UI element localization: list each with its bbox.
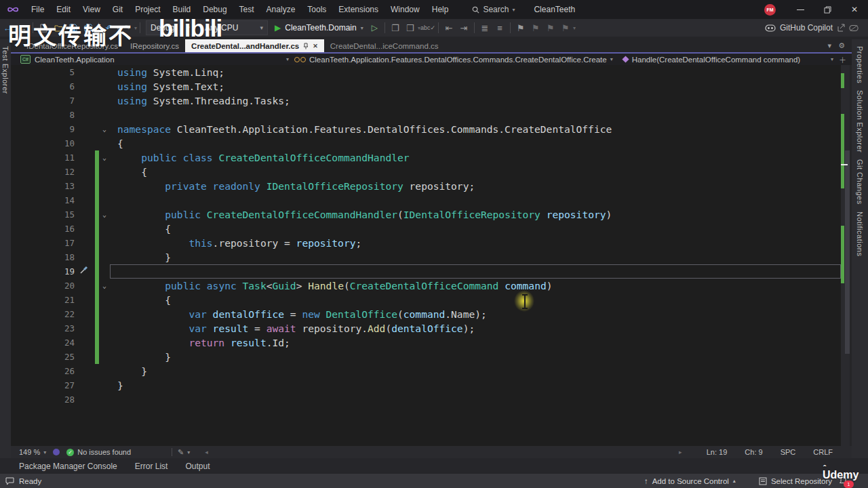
code-line[interactable]: 20⌄ public async Task<Guid> Handle(Creat… — [11, 279, 841, 293]
quick-actions-icon[interactable] — [79, 265, 89, 274]
chevron-down-icon[interactable]: ▾ — [831, 56, 833, 62]
side-tab-test-explorer[interactable]: Test Explorer — [1, 46, 9, 94]
menu-analyze[interactable]: Analyze — [260, 5, 302, 14]
hscroll-right-arrow[interactable]: ▸ — [679, 449, 682, 455]
member-dropdown[interactable]: Handle(CreateDentalOfficeCommand command… — [623, 56, 831, 64]
code-line[interactable]: 7using System.Threading.Tasks; — [11, 94, 841, 108]
zoom-dropdown[interactable]: 149 % ▾ — [19, 448, 46, 456]
github-copilot-button[interactable]: GitHub Copilot — [765, 23, 859, 33]
fold-chevron-icon[interactable]: ⌄ — [99, 279, 110, 293]
code-line[interactable]: 21 { — [11, 293, 841, 307]
code-line[interactable]: 18 } — [11, 250, 841, 264]
code-line[interactable]: 26 } — [11, 364, 841, 378]
panel-tab-error-list[interactable]: Error List — [135, 462, 168, 471]
code-cleanup-button[interactable]: ✎ ▾ — [178, 448, 190, 457]
code-line[interactable]: 6using System.Text; — [11, 79, 841, 94]
panel-tab-package-manager-console[interactable]: Package Manager Console — [19, 462, 117, 471]
code-line[interactable]: 15⌄ public CreateDentalOfficeCommandHand… — [11, 207, 841, 222]
split-window-icon[interactable]: ＋ — [839, 54, 846, 65]
code-line[interactable]: 9⌄namespace CleanTeeth.Application.Featu… — [11, 122, 841, 136]
start-debugging-button[interactable]: ▶ CleanTeeth.Domain ▾ — [275, 23, 363, 33]
spaces-indicator[interactable]: SPC — [781, 448, 796, 456]
preview-window-icon[interactable]: ❒ — [403, 20, 418, 35]
spell-check-icon[interactable]: abc✓ — [420, 20, 435, 35]
indent-decrease-icon[interactable]: ⇤ — [441, 20, 456, 35]
fold-chevron-icon[interactable]: ⌄ — [99, 150, 110, 165]
close-button[interactable]: ✕ — [841, 0, 868, 19]
menu-git[interactable]: Git — [106, 5, 129, 14]
code-line[interactable]: 25 } — [11, 350, 841, 364]
restore-button[interactable] — [814, 0, 841, 19]
menu-extensions[interactable]: Extensions — [332, 5, 384, 14]
code-line[interactable]: 23 var result = await repository.Add(den… — [11, 321, 841, 336]
code-line[interactable]: 10{ — [11, 136, 841, 150]
code-line[interactable]: 5using System.Linq; — [11, 65, 841, 79]
line-ending-indicator[interactable]: CRLF — [813, 448, 833, 456]
fold-chevron-icon[interactable]: ⌄ — [99, 207, 110, 222]
clear-bookmarks-icon[interactable]: ⚑ — [558, 20, 573, 35]
user-avatar[interactable]: FM — [764, 4, 776, 16]
gear-icon[interactable]: ⚙ — [838, 41, 845, 50]
redo-dropdown-icon[interactable]: ▾ — [134, 25, 137, 31]
tab-list-dropdown-icon[interactable]: ▾ — [828, 41, 832, 50]
next-bookmark-icon[interactable]: ⚑ — [543, 20, 558, 35]
code-line[interactable]: 24 return result.Id; — [11, 336, 841, 350]
code-line[interactable]: 17 this.repository = repository; — [11, 236, 841, 250]
code-area[interactable]: 5using System.Linq;6using System.Text;7u… — [11, 65, 841, 446]
menu-build[interactable]: Build — [167, 5, 197, 14]
menu-test[interactable]: Test — [233, 5, 260, 14]
menu-edit[interactable]: Edit — [50, 5, 77, 14]
feedback-icon[interactable] — [5, 477, 14, 485]
editor-scrollbar[interactable] — [841, 65, 850, 446]
uncomment-icon[interactable]: ≡ — [492, 20, 507, 35]
menu-file[interactable]: File — [25, 5, 50, 14]
select-repository-button[interactable]: Select Repository — [759, 477, 832, 485]
column-indicator[interactable]: Ch: 9 — [745, 448, 762, 456]
package-icon[interactable]: ❐ — [388, 20, 403, 35]
close-tab-icon[interactable]: ✕ — [313, 43, 318, 49]
side-tab-solution-explorer[interactable]: Solution Explorer — [856, 90, 864, 152]
menu-project[interactable]: Project — [129, 5, 166, 14]
search-control[interactable]: Search ▾ — [472, 5, 515, 14]
start-without-debugging-icon[interactable]: ▷ — [372, 23, 378, 33]
side-tab-git-changes[interactable]: Git Changes — [856, 159, 864, 205]
menu-help[interactable]: Help — [426, 5, 455, 14]
previous-bookmark-icon[interactable]: ⚑ — [528, 20, 543, 35]
code-line[interactable]: 27} — [11, 378, 841, 392]
code-line[interactable]: 19 — [11, 264, 841, 279]
menu-view[interactable]: View — [77, 5, 106, 14]
code-line[interactable]: 16 { — [11, 222, 841, 236]
csharp-project-icon: C# — [20, 55, 31, 64]
code-line[interactable]: 8 — [11, 108, 841, 122]
window-dropdown-icon[interactable]: ▾ — [418, 25, 420, 31]
code-line[interactable]: 14 — [11, 193, 841, 207]
menu-debug[interactable]: Debug — [197, 5, 233, 14]
issues-indicator[interactable]: ✓ No issues found — [66, 448, 131, 456]
side-tab-properties[interactable]: Properties — [856, 46, 864, 83]
indent-increase-icon[interactable]: ⇥ — [456, 20, 471, 35]
project-dropdown[interactable]: C# CleanTeeth.Application ▾ — [11, 55, 294, 64]
scrollbar-thumb[interactable] — [845, 150, 850, 354]
minimize-button[interactable] — [787, 0, 814, 19]
fold-chevron-icon[interactable]: ⌄ — [99, 122, 110, 136]
code-line[interactable]: 11⌄ public class CreateDentalOfficeComma… — [11, 150, 841, 165]
bookmark-dropdown-icon[interactable]: ▾ — [573, 25, 576, 31]
side-tab-notifications[interactable]: Notifications — [856, 211, 864, 256]
run-target-dropdown-icon[interactable]: ▾ — [361, 25, 363, 31]
document-health-icon[interactable] — [53, 449, 60, 455]
code-line[interactable]: 13 private readonly IDentalOfficeReposit… — [11, 179, 841, 193]
add-to-source-control-button[interactable]: ↑ Add to Source Control ▴ — [644, 477, 736, 485]
code-line[interactable]: 12 { — [11, 165, 841, 179]
hscroll-left-arrow[interactable]: ◂ — [205, 449, 208, 455]
code-line[interactable]: 28 — [11, 392, 841, 407]
comment-icon[interactable]: ≣ — [477, 20, 492, 35]
bookmark-icon[interactable]: ⚑ — [513, 20, 528, 35]
document-tab[interactable]: CreateDental...iceCommand.cs — [324, 39, 445, 52]
line-indicator[interactable]: Ln: 19 — [707, 448, 728, 456]
panel-tab-output[interactable]: Output — [185, 462, 210, 471]
menu-window[interactable]: Window — [384, 5, 426, 14]
pin-icon[interactable] — [303, 43, 309, 49]
menu-tools[interactable]: Tools — [301, 5, 332, 14]
code-line[interactable]: 22 var dentalOffice = new DentalOffice(c… — [11, 307, 841, 321]
namespace-dropdown[interactable]: CleanTeeth.Application.Features.DentalOf… — [294, 56, 613, 64]
